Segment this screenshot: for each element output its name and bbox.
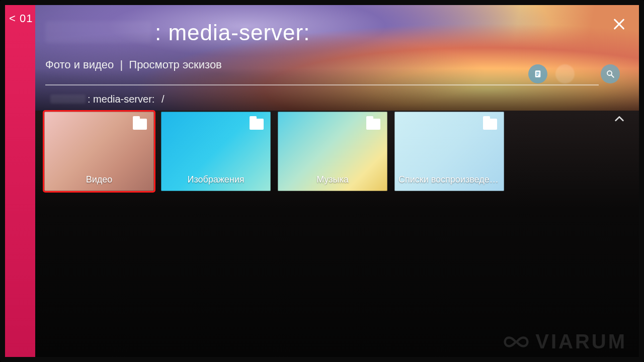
- tv-screen: < 01 : media-server: Фото и видео | Прос…: [0, 0, 644, 362]
- search-icon: [606, 69, 615, 78]
- subtitle: Фото и видео | Просмотр эскизов: [45, 58, 222, 71]
- document-icon: [533, 69, 542, 78]
- watermark: VIARUM: [502, 330, 627, 353]
- subtitle-mode: Просмотр эскизов: [129, 58, 222, 71]
- header-divider: [45, 84, 599, 85]
- watermark-text: VIARUM: [535, 330, 627, 353]
- svg-line-5: [611, 75, 614, 77]
- action-button-2[interactable]: [555, 64, 575, 83]
- folder-tile-video[interactable]: Видео: [44, 112, 154, 191]
- folder-icon: [366, 119, 380, 130]
- title-obscured-segment: [45, 21, 151, 43]
- folder-label: Видео: [44, 174, 154, 185]
- folder-tile-music[interactable]: Музыка: [278, 112, 387, 191]
- subtitle-category: Фото и видео: [45, 58, 114, 71]
- svg-rect-2: [536, 73, 539, 74]
- breadcrumb-obscured-segment: [50, 95, 86, 104]
- close-button[interactable]: [612, 17, 626, 31]
- chevron-up-icon: [614, 114, 625, 125]
- side-accent-bar: [5, 5, 35, 357]
- folder-label: Музыка: [278, 174, 387, 185]
- view-list-button[interactable]: [528, 64, 547, 83]
- folder-icon: [250, 119, 264, 130]
- page-title: : media-server:: [45, 20, 604, 45]
- search-button[interactable]: [601, 64, 620, 83]
- folder-label: Изображения: [161, 174, 271, 185]
- folder-icon: [483, 119, 497, 130]
- breadcrumb-server: : media-server:: [88, 94, 154, 105]
- folder-tile-images[interactable]: Изображения: [161, 112, 271, 191]
- infinity-icon: [502, 333, 530, 351]
- folder-label: Списки воспроизведения: [394, 174, 504, 185]
- breadcrumb-separator: /: [162, 94, 165, 105]
- scroll-up-button[interactable]: [614, 114, 625, 127]
- folder-grid: Видео Изображения Музыка Списки воспроиз…: [44, 112, 620, 191]
- svg-rect-3: [536, 75, 538, 76]
- folder-icon: [133, 119, 147, 130]
- subtitle-separator: |: [120, 58, 123, 71]
- svg-rect-1: [536, 72, 539, 73]
- breadcrumb[interactable]: : media-server: /: [50, 94, 169, 105]
- folder-tile-playlists[interactable]: Списки воспроизведения: [394, 112, 504, 191]
- title-suffix: : media-server:: [155, 20, 310, 45]
- back-button[interactable]: < 01: [9, 12, 33, 25]
